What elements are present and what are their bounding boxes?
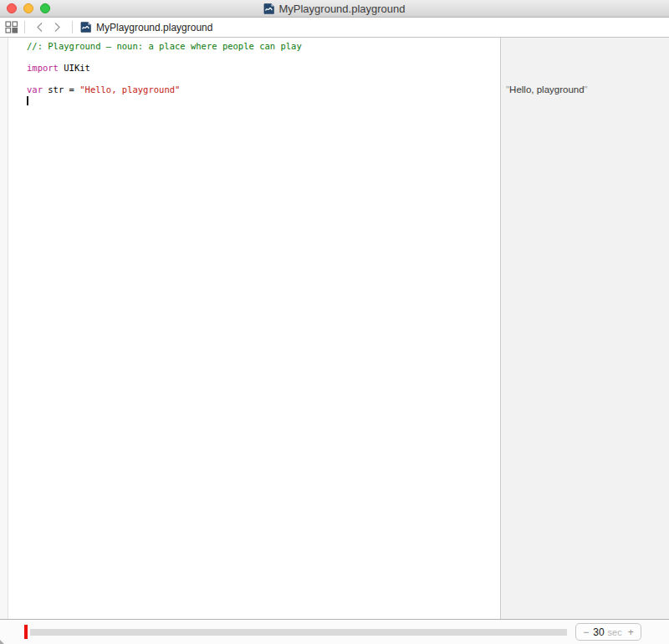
code-line-2[interactable] [27,52,500,63]
string-token: "Hello, playground" [79,84,180,95]
playground-file-icon [263,3,274,14]
keyword-token: import [27,63,59,73]
back-button[interactable] [31,19,49,36]
duration-control: − 30 sec + [575,623,641,641]
breadcrumb[interactable]: MyPlayground.playground [80,22,212,33]
zoom-button[interactable] [40,3,50,13]
minimize-button[interactable] [23,3,33,13]
related-items-grid-icon [5,21,18,33]
playground-content: //: Playground — noun: a place where peo… [0,38,669,619]
code-line-6[interactable] [27,95,500,106]
xcode-playground-window: MyPlayground.playground [0,0,669,644]
chevron-left-icon [36,22,43,33]
editor-gutter [0,38,8,619]
code-line-3[interactable]: import UIKit [27,63,500,74]
forward-button[interactable] [49,19,66,36]
code-area[interactable]: //: Playground — noun: a place where peo… [8,38,500,106]
increase-duration-button[interactable]: + [625,627,637,637]
close-button[interactable] [7,3,17,13]
timeline-position-marker[interactable] [24,625,28,639]
code-line-4[interactable] [27,74,500,84]
jump-bar: MyPlayground.playground [0,18,669,38]
text-cursor [27,96,28,105]
duration-value: 30 [592,626,605,638]
timeline-track[interactable] [30,629,567,636]
window-title-group: MyPlayground.playground [263,3,405,15]
breadcrumb-file-label[interactable]: MyPlayground.playground [96,22,212,33]
timeline-bar: − 30 sec + [0,619,669,644]
plain-token: str = [43,84,79,95]
result-value[interactable]: "Hello, playground" [506,84,588,95]
jump-bar-separator [72,21,73,33]
results-sidebar: "Hello, playground" [501,38,669,619]
title-bar: MyPlayground.playground [0,0,669,18]
source-editor[interactable]: //: Playground — noun: a place where peo… [8,38,501,619]
related-items-button[interactable] [5,19,18,36]
keyword-token: var [27,84,43,95]
playground-file-icon [80,22,91,33]
jump-bar-separator [24,21,25,33]
window-corner-mark [0,640,4,644]
traffic-lights [7,3,50,13]
comment-token: //: Playground — noun: a place where peo… [27,41,302,51]
plain-token: UIKit [59,63,90,73]
chevron-right-icon [54,22,61,33]
close-quote: " [585,84,588,95]
code-line-1[interactable]: //: Playground — noun: a place where peo… [27,41,500,52]
result-text: Hello, playground [509,84,585,95]
code-line-5[interactable]: var str = "Hello, playground" [27,84,500,95]
decrease-duration-button[interactable]: − [580,627,592,637]
window-title: MyPlayground.playground [278,3,405,15]
duration-unit-label: sec [605,627,625,637]
